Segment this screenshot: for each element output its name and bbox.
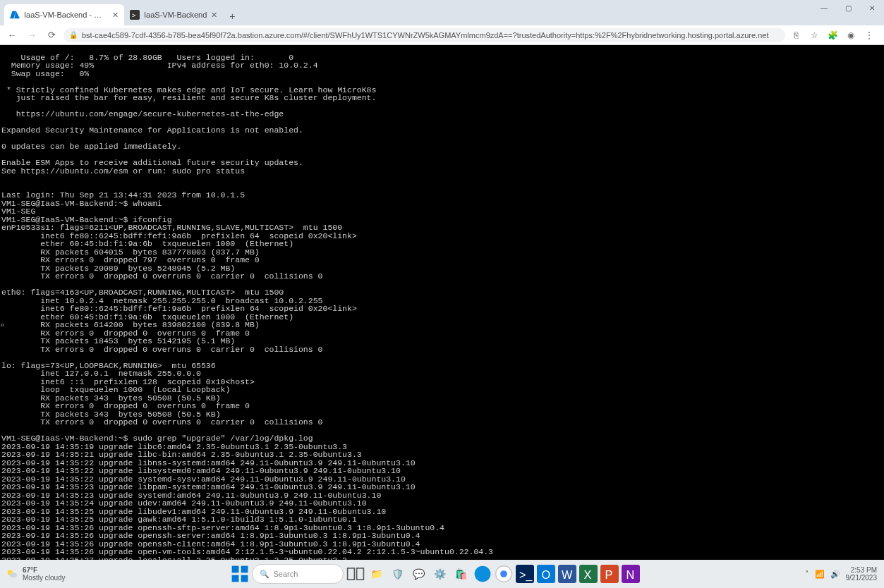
browser-address-bar: ← → ⟳ 🔒 bst-cae4c589-7cdf-4356-b785-bea4… xyxy=(0,25,884,45)
taskbar-app-word[interactable]: W xyxy=(558,565,576,583)
taskbar-app-onenote[interactable]: N xyxy=(622,565,640,583)
browser-tab-strip: — ▢ ✕ IaaS-VM-Backend - Microsoft A ✕ > … xyxy=(0,0,884,25)
bookmark-star-icon[interactable]: ☆ xyxy=(808,29,821,42)
start-button[interactable] xyxy=(231,565,249,583)
taskbar-app-teams[interactable]: 💬 xyxy=(410,565,428,583)
azure-favicon-icon xyxy=(10,10,20,20)
svg-text:N: N xyxy=(626,568,634,581)
tab-title: IaaS-VM-Backend xyxy=(144,11,207,19)
url-input[interactable]: 🔒 bst-cae4c589-7cdf-4356-b785-bea45f90f7… xyxy=(63,28,785,42)
tray-volume-icon[interactable]: 🔊 xyxy=(830,570,840,579)
taskbar-app-store[interactable]: 🛍️ xyxy=(452,565,471,583)
svg-rect-8 xyxy=(231,575,238,582)
taskbar-app-settings[interactable]: ⚙️ xyxy=(431,565,449,583)
taskbar-systray: ˄ 📶 🔊 2:53 PM 9/21/2023 xyxy=(805,566,885,582)
taskbar-center: 🔍 Search 📁 🛡️ 💬 ⚙️ 🛍️ >_ O W X P N xyxy=(66,564,805,584)
tab-title: IaaS-VM-Backend - Microsoft A xyxy=(24,11,108,19)
weather-icon xyxy=(6,568,18,580)
svg-text:O: O xyxy=(541,568,550,581)
windows-taskbar: 67°F Mostly cloudy 🔍 Search 📁 🛡️ 💬 ⚙️ 🛍️… xyxy=(0,560,884,588)
tray-overflow-icon[interactable]: ˄ xyxy=(805,570,809,579)
url-text: bst-cae4c589-7cdf-4356-b785-bea45f90f72a… xyxy=(82,31,768,39)
task-view-button[interactable] xyxy=(346,565,365,583)
nav-forward-button[interactable]: → xyxy=(24,27,40,43)
taskbar-app-defender[interactable]: 🛡️ xyxy=(389,565,407,583)
terminal-favicon-icon: > xyxy=(130,10,140,20)
svg-text:X: X xyxy=(583,568,591,581)
weather-temp: 67°F xyxy=(23,566,66,574)
svg-text:P: P xyxy=(605,568,612,581)
taskbar-app-chrome[interactable] xyxy=(495,565,513,583)
tray-network-icon[interactable]: 📶 xyxy=(815,570,825,579)
tab-close-icon[interactable]: ✕ xyxy=(112,11,119,20)
svg-point-12 xyxy=(474,566,490,582)
clock-time: 2:53 PM xyxy=(846,566,878,574)
terminal-output: Usage of /: 8.7% of 28.89GB Users logged… xyxy=(1,53,498,561)
svg-text:>: > xyxy=(132,11,136,19)
tab-close-icon[interactable]: ✕ xyxy=(211,11,217,20)
taskbar-search-input[interactable]: 🔍 Search xyxy=(252,564,344,584)
taskbar-weather-widget[interactable]: 67°F Mostly cloudy xyxy=(0,566,66,582)
svg-point-5 xyxy=(9,572,17,577)
window-minimize-button[interactable]: — xyxy=(812,0,836,16)
weather-desc: Mostly cloudy xyxy=(23,574,66,582)
extensions-puzzle-icon[interactable]: 🧩 xyxy=(826,29,839,42)
browser-tab-inactive[interactable]: > IaaS-VM-Backend ✕ xyxy=(124,4,223,25)
taskbar-app-powerpoint[interactable]: P xyxy=(600,565,619,583)
browser-menu-icon[interactable]: ⋮ xyxy=(863,29,876,42)
window-close-button[interactable]: ✕ xyxy=(860,0,884,16)
clock-date: 9/21/2023 xyxy=(846,574,878,582)
svg-rect-10 xyxy=(347,568,354,580)
window-controls: — ▢ ✕ xyxy=(812,0,884,16)
terminal-viewport[interactable]: » Usage of /: 8.7% of 28.89GB Users logg… xyxy=(0,45,884,560)
nav-reload-button[interactable]: ⟳ xyxy=(44,27,59,43)
svg-text:>_: >_ xyxy=(519,568,532,582)
search-placeholder: Search xyxy=(274,570,298,578)
share-icon[interactable]: ⎘ xyxy=(789,29,802,42)
svg-rect-11 xyxy=(356,568,363,580)
svg-text:W: W xyxy=(561,568,572,581)
profile-avatar-icon[interactable]: ◉ xyxy=(844,29,857,42)
extension-tray: ⎘ ☆ 🧩 ◉ ⋮ xyxy=(789,29,880,42)
svg-rect-7 xyxy=(241,566,248,573)
search-icon: 🔍 xyxy=(260,570,270,579)
taskbar-app-edge[interactable] xyxy=(473,565,492,583)
window-maximize-button[interactable]: ▢ xyxy=(836,0,860,16)
svg-rect-9 xyxy=(241,575,248,582)
new-tab-button[interactable]: + xyxy=(223,7,241,25)
browser-tab-active[interactable]: IaaS-VM-Backend - Microsoft A ✕ xyxy=(4,4,124,25)
taskbar-app-excel[interactable]: X xyxy=(579,565,598,583)
taskbar-app-powershell[interactable]: >_ xyxy=(516,565,534,583)
nav-back-button[interactable]: ← xyxy=(4,27,20,43)
svg-rect-6 xyxy=(231,566,238,573)
taskbar-app-outlook[interactable]: O xyxy=(537,565,555,583)
lock-icon: 🔒 xyxy=(69,31,78,39)
taskbar-app-explorer[interactable]: 📁 xyxy=(368,565,386,583)
bastion-expand-icon[interactable]: » xyxy=(0,321,5,329)
svg-point-14 xyxy=(500,570,507,577)
taskbar-clock[interactable]: 2:53 PM 9/21/2023 xyxy=(846,566,878,582)
